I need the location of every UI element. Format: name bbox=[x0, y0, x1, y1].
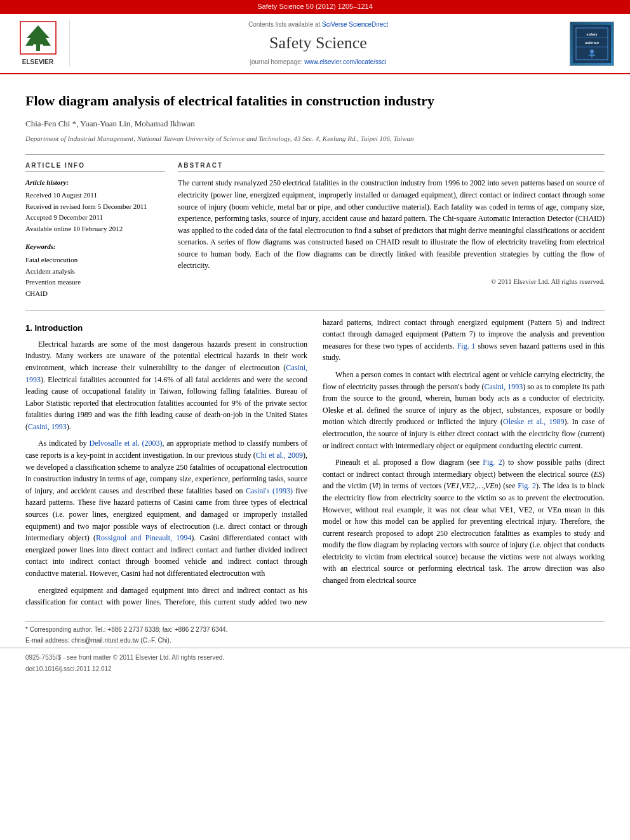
ref-casini1993-1[interactable]: Casini, 1993 bbox=[25, 363, 307, 384]
ref-casini1993-3[interactable]: Casini, 1993 bbox=[484, 382, 523, 391]
body-para1: Electrical hazards are some of the most … bbox=[25, 338, 307, 433]
ss-logo-graphic: safety science bbox=[570, 22, 614, 66]
safety-science-logo-box: safety science bbox=[566, 20, 617, 67]
available-date: Available online 10 February 2012 bbox=[25, 225, 123, 232]
ref-casini1993-5haz[interactable]: Casini's (1993) bbox=[246, 486, 293, 495]
keyword-fatal-electrocution: Fatal electrocution bbox=[25, 255, 165, 266]
elsevier-tree-icon bbox=[19, 20, 57, 55]
abstract-text: The current study reanalyzed 250 electri… bbox=[178, 177, 605, 272]
svg-marker-2 bbox=[25, 25, 51, 46]
revised-date: Received in revised form 5 December 2011 bbox=[25, 203, 147, 210]
ref-delvosalle2003[interactable]: Delvosalle et al. (2003) bbox=[90, 439, 163, 448]
footnote-area: * Corresponding author. Tel.: +886 2 273… bbox=[25, 621, 605, 646]
article-history: Article history: Received 10 August 2011… bbox=[25, 177, 165, 234]
footer-doi: doi:10.1016/j.ssci.2011.12.012 bbox=[25, 665, 605, 674]
keywords-section: Keywords: Fatal electrocution Accident a… bbox=[25, 242, 165, 299]
ref-rossignol1994[interactable]: Rossignol and Pineault, 1994 bbox=[96, 533, 191, 542]
svg-rect-1 bbox=[36, 44, 40, 51]
article-info-abstract-section: ARTICLE INFO Article history: Received 1… bbox=[25, 161, 605, 300]
body-para4: When a person comes in contact with elec… bbox=[323, 369, 605, 451]
sciverse-line: Contents lists available at SciVerse Sci… bbox=[248, 20, 388, 30]
ref-fig2-1[interactable]: Fig. 2 bbox=[483, 458, 502, 467]
keywords-label: Keywords: bbox=[25, 242, 165, 252]
accepted-date: Accepted 9 December 2011 bbox=[25, 213, 103, 221]
received-date: Received 10 August 2011 bbox=[25, 191, 97, 199]
homepage-link[interactable]: www.elsevier.com/locate/ssci bbox=[304, 58, 386, 65]
authors-line: Chia-Fen Chi *, Yuan-Yuan Lin, Mohamad I… bbox=[25, 118, 605, 130]
keyword-prevention-measure: Prevention measure bbox=[25, 277, 165, 288]
ref-oleske1989[interactable]: Oleske et al., 1989 bbox=[503, 417, 564, 426]
article-content: Flow diagram analysis of electrical fata… bbox=[0, 79, 630, 620]
body-para5: Pineault et al. proposed a flow diagram … bbox=[323, 457, 605, 587]
journal-title: Safety Science bbox=[269, 31, 367, 55]
svg-point-10 bbox=[590, 50, 594, 53]
abstract-column: ABSTRACT The current study reanalyzed 25… bbox=[178, 161, 605, 300]
email-note: E-mail address: chris@mail.ntust.edu.tw … bbox=[25, 636, 605, 646]
article-title: Flow diagram analysis of electrical fata… bbox=[25, 92, 605, 110]
svg-point-3 bbox=[36, 29, 41, 34]
ref-fig1[interactable]: Fig. 1 bbox=[457, 342, 476, 350]
body-para2: As indicated by Delvosalle et al. (2003)… bbox=[25, 437, 307, 579]
ref-chi2009[interactable]: Chi et al., 2009 bbox=[256, 451, 303, 460]
page-footer: 0925-7535/$ - see front matter © 2011 El… bbox=[0, 648, 630, 682]
corresponding-note: * Corresponding author. Tel.: +886 2 273… bbox=[25, 625, 605, 635]
svg-text:science: science bbox=[585, 41, 600, 44]
divider-after-affiliation bbox=[25, 154, 605, 155]
keyword-accident-analysis: Accident analysis bbox=[25, 266, 165, 277]
elsevier-logo: ELSEVIER bbox=[13, 20, 70, 67]
footer-issn: 0925-7535/$ - see front matter © 2011 El… bbox=[25, 653, 605, 663]
article-info-column: ARTICLE INFO Article history: Received 1… bbox=[25, 161, 165, 300]
affiliation: Department of Industrial Management, Nat… bbox=[25, 134, 605, 144]
article-top-info bbox=[0, 74, 630, 79]
journal-center: Contents lists available at SciVerse Sci… bbox=[76, 20, 560, 67]
journal-homepage: journal homepage: www.elsevier.com/locat… bbox=[250, 58, 387, 67]
journal-header: ELSEVIER Contents lists available at Sci… bbox=[0, 14, 630, 75]
journal-citation: Safety Science 50 (2012) 1205–1214 bbox=[0, 0, 630, 14]
svg-text:safety: safety bbox=[586, 32, 598, 36]
section1: 1. Introduction Electrical hazards are s… bbox=[25, 317, 605, 608]
abstract-label: ABSTRACT bbox=[178, 161, 605, 173]
section1-heading: 1. Introduction bbox=[25, 322, 307, 335]
copyright-notice: © 2011 Elsevier Ltd. All rights reserved… bbox=[178, 277, 605, 287]
ref-fig2-2[interactable]: Fig. 2 bbox=[518, 481, 536, 490]
article-info-label: ARTICLE INFO bbox=[25, 161, 165, 173]
ref-casini1993-2[interactable]: Casini, 1993 bbox=[28, 422, 67, 431]
divider-before-body bbox=[25, 310, 605, 310]
keyword-chaid: CHAID bbox=[25, 288, 165, 300]
elsevier-text-label: ELSEVIER bbox=[22, 58, 53, 67]
history-label: Article history: bbox=[25, 177, 165, 189]
sciverse-link[interactable]: SciVerse ScienceDirect bbox=[322, 21, 388, 28]
body-text-section: 1. Introduction Electrical hazards are s… bbox=[25, 317, 605, 608]
